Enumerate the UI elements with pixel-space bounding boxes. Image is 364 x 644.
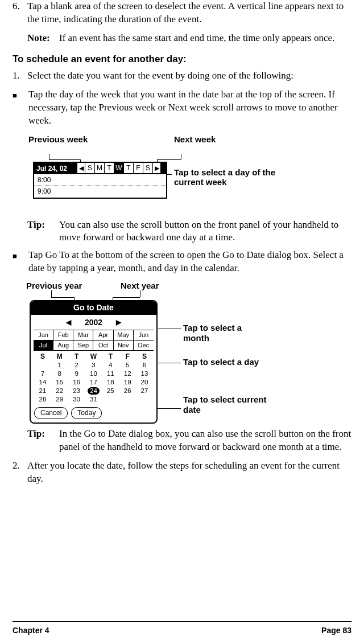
calendar-day[interactable]: 9 bbox=[68, 370, 85, 378]
label-tap-today: Tap to select current date bbox=[183, 395, 268, 415]
calendar-day[interactable]: 14 bbox=[34, 378, 51, 387]
calendar-dow: T bbox=[102, 352, 119, 361]
month-mar[interactable]: Mar bbox=[73, 330, 93, 341]
bullet-1-text: Tap the day of the week that you want in… bbox=[28, 88, 351, 128]
bullet-icon: ■ bbox=[13, 88, 28, 128]
tip-2-text: In the Go to Date dialog box, you can al… bbox=[59, 428, 351, 454]
day-w[interactable]: W bbox=[114, 163, 123, 173]
calendar-day[interactable]: 4 bbox=[102, 361, 119, 370]
year-value: 2002 bbox=[85, 318, 102, 327]
calendar-day[interactable]: 15 bbox=[51, 378, 68, 387]
month-grid: Jan Feb Mar Apr May Jun Jul Aug Sep Oct … bbox=[34, 330, 154, 351]
time-row-1[interactable]: 8:00 bbox=[34, 174, 166, 186]
next-year-arrow-icon[interactable]: ▶ bbox=[116, 318, 121, 327]
label-previous-year: Previous year bbox=[26, 281, 82, 290]
day-t2[interactable]: T bbox=[123, 163, 133, 173]
tip-1-text: You can also use the scroll button on th… bbox=[59, 219, 351, 245]
calendar-day[interactable]: 12 bbox=[119, 370, 136, 378]
calendar-day bbox=[119, 395, 136, 404]
next-week-arrow-icon[interactable]: ▶ bbox=[152, 163, 160, 173]
calendar-day[interactable]: 21 bbox=[34, 387, 51, 395]
footer-page: Page 83 bbox=[321, 625, 351, 636]
day-bar-date: Jul 24, 02 bbox=[34, 163, 77, 173]
calendar-day[interactable]: 13 bbox=[136, 370, 153, 378]
calendar-day[interactable]: 17 bbox=[85, 378, 102, 387]
calendar-day bbox=[136, 395, 153, 404]
step-2-text: After you locate the date, follow the st… bbox=[27, 460, 351, 486]
figure-go-to-date: Previous year Next year Tap to select a … bbox=[24, 281, 351, 423]
calendar-dow: S bbox=[34, 352, 51, 361]
calendar-dow: F bbox=[119, 352, 136, 361]
step-6-text: Tap a blank area of the screen to desele… bbox=[27, 0, 351, 26]
calendar-day[interactable]: 20 bbox=[136, 378, 153, 387]
month-sep[interactable]: Sep bbox=[73, 341, 93, 350]
month-dec[interactable]: Dec bbox=[134, 341, 154, 350]
calendar-day[interactable]: 30 bbox=[68, 395, 85, 404]
tip-1-label: Tip: bbox=[27, 219, 59, 245]
label-tap-month: Tap to select a month bbox=[183, 323, 268, 343]
calendar-grid: SMTWTFS123456789101112131415161718192021… bbox=[34, 352, 153, 404]
calendar-day[interactable]: 18 bbox=[102, 378, 119, 387]
calendar-day[interactable]: 25 bbox=[102, 387, 119, 395]
calendar-day[interactable]: 7 bbox=[34, 370, 51, 378]
calendar-day[interactable]: 24 bbox=[85, 387, 102, 395]
calendar-day[interactable]: 16 bbox=[68, 378, 85, 387]
calendar-day[interactable]: 10 bbox=[85, 370, 102, 378]
calendar-day[interactable]: 22 bbox=[51, 387, 68, 395]
day-t1[interactable]: T bbox=[104, 163, 114, 173]
calendar-day[interactable]: 23 bbox=[68, 387, 85, 395]
calendar-day[interactable]: 6 bbox=[136, 361, 153, 370]
note: Note: If an event has the same start and… bbox=[27, 32, 351, 45]
day-s2[interactable]: S bbox=[143, 163, 152, 173]
prev-week-arrow-icon[interactable]: ◀ bbox=[77, 163, 85, 173]
calendar-dow: M bbox=[51, 352, 68, 361]
month-apr[interactable]: Apr bbox=[93, 330, 113, 341]
step-2-num: 2. bbox=[13, 460, 27, 486]
day-f[interactable]: F bbox=[133, 163, 143, 173]
footer-chapter: Chapter 4 bbox=[13, 625, 49, 636]
time-row-2[interactable]: 9:00 bbox=[34, 186, 166, 198]
calendar-day[interactable]: 11 bbox=[102, 370, 119, 378]
calendar-day[interactable]: 27 bbox=[136, 387, 153, 395]
month-jan[interactable]: Jan bbox=[34, 330, 53, 341]
step-2: 2. After you locate the date, follow the… bbox=[13, 460, 351, 486]
step-6: 6. Tap a blank area of the screen to des… bbox=[13, 0, 351, 26]
step-1-text: Select the date you want for the event b… bbox=[27, 69, 351, 83]
month-may[interactable]: May bbox=[114, 330, 134, 341]
bullet-2-text: Tap Go To at the bottom of the screen to… bbox=[28, 249, 351, 275]
note-text: If an event has the same start and end t… bbox=[59, 32, 351, 45]
month-jun[interactable]: Jun bbox=[134, 330, 154, 341]
prev-year-arrow-icon[interactable]: ◀ bbox=[66, 318, 71, 327]
note-label: Note: bbox=[27, 32, 59, 45]
today-button[interactable]: Today bbox=[71, 407, 102, 419]
calendar-day[interactable]: 3 bbox=[85, 361, 102, 370]
label-previous-week: Previous week bbox=[28, 134, 88, 144]
calendar-day[interactable]: 1 bbox=[51, 361, 68, 370]
heading-schedule-another-day: To schedule an event for another day: bbox=[13, 53, 351, 66]
calendar-day bbox=[102, 395, 119, 404]
step-1: 1. Select the date you want for the even… bbox=[13, 69, 351, 83]
calendar-dow: S bbox=[136, 352, 153, 361]
calendar-day[interactable]: 26 bbox=[119, 387, 136, 395]
calendar-day[interactable]: 19 bbox=[119, 378, 136, 387]
day-m[interactable]: M bbox=[94, 163, 104, 173]
label-tap-day: Tap to select a day bbox=[183, 357, 268, 367]
month-oct[interactable]: Oct bbox=[93, 341, 113, 350]
calendar-day[interactable]: 8 bbox=[51, 370, 68, 378]
calendar-day[interactable]: 29 bbox=[51, 395, 68, 404]
month-aug[interactable]: Aug bbox=[53, 341, 73, 350]
label-tap-select-day: Tap to select a day of the current week bbox=[174, 167, 293, 187]
year-selector: ◀ 2002 ▶ bbox=[31, 315, 156, 330]
day-s1[interactable]: S bbox=[85, 163, 94, 173]
calendar-dow: W bbox=[85, 352, 102, 361]
month-jul[interactable]: Jul bbox=[34, 341, 53, 350]
cancel-button[interactable]: Cancel bbox=[34, 407, 68, 419]
step-1-num: 1. bbox=[13, 69, 27, 83]
month-feb[interactable]: Feb bbox=[53, 330, 73, 341]
calendar-day bbox=[34, 361, 51, 370]
calendar-day[interactable]: 2 bbox=[68, 361, 85, 370]
month-nov[interactable]: Nov bbox=[114, 341, 134, 350]
calendar-day[interactable]: 5 bbox=[119, 361, 136, 370]
calendar-day[interactable]: 28 bbox=[34, 395, 51, 404]
calendar-day[interactable]: 31 bbox=[85, 395, 102, 404]
